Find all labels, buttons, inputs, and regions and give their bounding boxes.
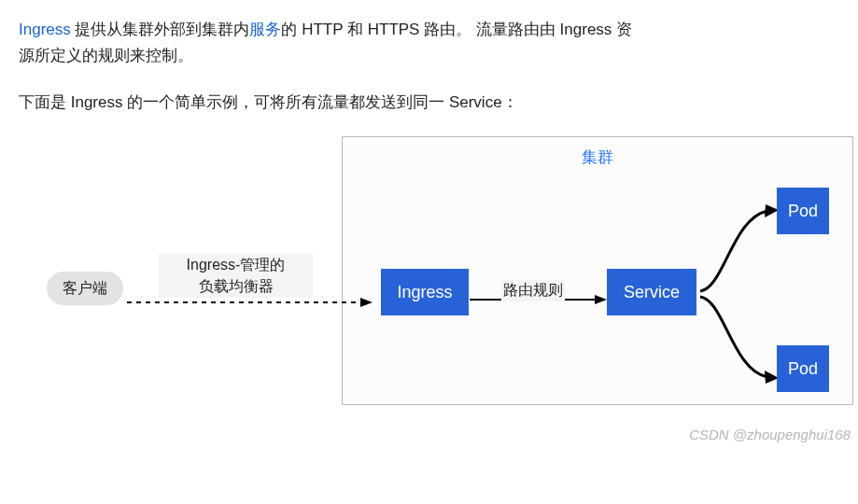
pod-node-1: Pod — [777, 188, 829, 234]
link-service[interactable]: 服务 — [249, 21, 281, 38]
paragraph-example-intro: 下面是 Ingress 的一个简单示例，可将所有流量都发送到同一 Service… — [19, 90, 635, 116]
link-ingress[interactable]: Ingress — [19, 21, 71, 38]
arrow-client-to-ingress — [127, 297, 373, 299]
watermark: CSDN @zhoupenghui168 — [689, 427, 851, 442]
arrow-service-to-pod1 — [698, 202, 781, 300]
arrow-service-to-pod2 — [698, 293, 781, 391]
paragraph-ingress-intro: Ingress 提供从集群外部到集群内服务的 HTTP 和 HTTPS 路由。 … — [19, 17, 635, 69]
load-balancer-label: Ingress-管理的 负载均衡器 — [159, 254, 313, 297]
ingress-node: Ingress — [381, 269, 469, 315]
service-node: Service — [607, 269, 696, 315]
svg-marker-3 — [595, 295, 607, 304]
route-rule-label: 路由规则 — [501, 280, 565, 301]
lb-label-line1: Ingress-管理的 — [159, 254, 313, 275]
cluster-label: 集群 — [343, 147, 852, 168]
client-node: 客户端 — [47, 272, 123, 305]
svg-marker-1 — [360, 298, 373, 307]
lb-label-line2: 负载均衡器 — [159, 275, 313, 297]
text-seg1: 提供从集群外部到集群内 — [71, 21, 250, 38]
ingress-diagram: 集群 客户端 Ingress-管理的 负载均衡器 Ingress 路由规则 Se… — [19, 136, 839, 426]
pod-node-2: Pod — [777, 345, 829, 392]
